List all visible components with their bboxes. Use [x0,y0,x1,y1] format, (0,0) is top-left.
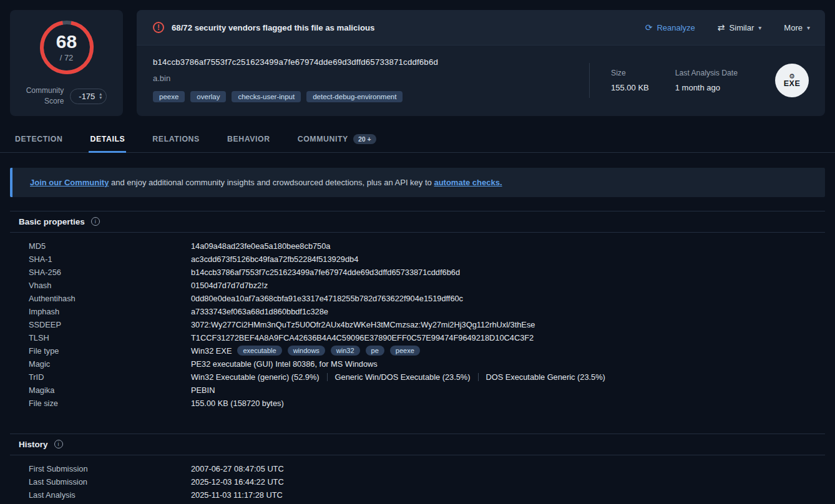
tab-detection[interactable]: DETECTION [14,126,64,153]
size-label: Size [611,69,649,77]
tab-relations[interactable]: RELATIONS [151,126,201,153]
property-value: b14ccb3786af7553f7c251623499a7fe67974dde… [191,268,460,277]
property-value: 3072:Wy277Ci2HMm3nQuTz5U0Ofr2AUx4bzWKeH3… [191,320,535,329]
property-label: MD5 [29,241,191,251]
property-label: Authentihash [29,294,191,303]
tab-label: RELATIONS [152,135,200,143]
history-rows: First Submission2007-06-27 08:47:05 UTCL… [10,455,825,504]
property-value-text: Win32 EXE [191,346,232,356]
malicious-alert-banner: ! 68/72 security vendors flagged this fi… [137,10,825,46]
property-value-text: b14ccb3786af7553f7c251623499a7fe67974dde… [191,268,460,277]
property-label: File type [29,346,191,356]
property-row: MD514a09a48ad23fe0ea5a180bee8cb750a [29,240,825,253]
property-row: TrIDWin32 Executable (generic) (52.9%)Ge… [29,371,825,384]
community-score-stepper[interactable]: -175 ▴ ▾ [70,89,107,104]
property-value-text: T1CCF31272BEF4A8A9FCA42636B4A4C59096E378… [191,333,534,342]
property-value: 2025-11-03 11:17:28 UTC [191,490,283,500]
value-tag[interactable]: pe [366,346,384,356]
community-score-row: Community Score -175 ▴ ▾ [26,85,107,107]
file-sha256: b14ccb3786af7553f7c251623499a7fe67974dde… [153,57,589,67]
more-button[interactable]: More ▾ [784,23,810,32]
property-row: Vhash01504d7d7d7d7bz2!z [29,279,825,292]
automate-checks-link[interactable]: automate checks. [434,178,502,187]
vote-down-icon[interactable]: ▾ [99,96,102,100]
file-summary-card: ! 68/72 security vendors flagged this fi… [137,10,825,116]
property-row: SHA-256b14ccb3786af7553f7c251623499a7fe6… [29,266,825,279]
property-value: 155.00 KB (158720 bytes) [191,399,284,408]
property-label: Last Submission [29,477,191,487]
property-label: TLSH [29,333,191,342]
property-label: Last Analysis [29,490,191,500]
file-name: a.bin [153,74,589,83]
info-icon[interactable]: i [54,440,63,448]
detections-count: 68 [56,32,77,51]
property-value: PE32 executable (GUI) Intel 80386, for M… [191,359,378,369]
property-value: Win32 Executable (generic) (52.9%)Generi… [191,372,605,382]
file-size-block: Size 155.00 KB [611,69,649,92]
basic-properties-header: Basic properties i [10,211,825,233]
file-tag[interactable]: overlay [190,91,226,102]
file-tag[interactable]: checks-user-input [232,91,301,102]
property-value-text: Win32 Executable (generic) (52.9%) [191,372,320,382]
property-row: MagicPE32 executable (GUI) Intel 80386, … [29,357,825,371]
info-icon[interactable]: i [91,217,100,226]
detection-score-card: 68 / 72 Community Score -175 ▴ ▾ [10,10,123,116]
tab-label: COMMUNITY [298,135,348,143]
value-tag[interactable]: win32 [331,346,360,356]
reanalyze-icon: ⟳ [645,23,653,32]
history-section: History i First Submission2007-06-27 08:… [0,434,835,504]
community-score-label: Community Score [26,85,64,107]
community-banner: Join our Community and enjoy additional … [10,168,825,197]
property-row: SHA-1ac3cdd673f5126bc49faa72fb52284f5139… [29,253,825,266]
reanalyze-button[interactable]: ⟳ Reanalyze [645,23,695,32]
property-row: Authentihash0dd80e0dea10af7a368cbfa91e33… [29,292,825,305]
property-value: 2007-06-27 08:47:05 UTC [191,464,284,473]
property-value: ac3cdd673f5126bc49faa72fb52284f513929db4 [191,254,358,264]
community-score-label-line2: Score [26,96,64,107]
tab-behavior[interactable]: BEHAVIOR [226,126,271,153]
basic-properties-section: Basic properties i MD514a09a48ad23fe0ea5… [0,211,835,420]
property-row: MagikaPEBIN [29,384,825,397]
separator [327,373,328,381]
value-tag[interactable]: executable [237,346,281,356]
property-label: Imphash [29,307,191,316]
property-row: Imphasha7333743ef063a68d1d860bbdf1c328e [29,305,825,318]
property-value-text: ac3cdd673f5126bc49faa72fb52284f513929db4 [191,254,358,264]
property-value-text: 14a09a48ad23fe0ea5a180bee8cb750a [191,241,330,251]
similar-button[interactable]: ⇄ Similar ▾ [718,23,762,32]
property-label: First Submission [29,464,191,473]
detection-score-gauge: 68 / 72 [37,17,97,77]
property-value-text: a7333743ef063a68d1d860bbdf1c328e [191,307,328,316]
property-value: T1CCF31272BEF4A8A9FCA42636B4A4C59096E378… [191,333,534,342]
file-tag[interactable]: detect-debug-environment [306,91,403,102]
last-analysis-label: Last Analysis Date [675,69,738,77]
property-value-text: 0dd80e0dea10af7a368cbfa91e3317e4718255b7… [191,294,463,303]
property-value-text: DOS Executable Generic (23.5%) [486,372,605,382]
warning-icon: ! [153,22,164,33]
property-value-text: 155.00 KB (158720 bytes) [191,399,284,408]
file-tag[interactable]: peexe [153,91,185,102]
property-row: File size155.00 KB (158720 bytes) [29,397,825,410]
property-row: Last Submission2025-12-03 16:44:22 UTC [29,475,825,488]
property-value-text: 2007-06-27 08:47:05 UTC [191,464,284,473]
chevron-down-icon: ▾ [807,24,810,31]
basic-properties-title: Basic properties [19,217,85,226]
property-label: SHA-1 [29,254,191,264]
file-meta: Size 155.00 KB Last Analysis Date 1 mont… [589,57,809,104]
tab-details[interactable]: DETAILS [89,126,126,153]
property-label: SHA-256 [29,268,191,277]
property-value: 2025-12-03 16:44:22 UTC [191,477,284,487]
community-score-label-line1: Community [26,85,64,96]
value-tag[interactable]: windows [288,346,325,356]
property-label: Magika [29,385,191,395]
vote-arrows: ▴ ▾ [99,92,102,100]
value-tag[interactable]: peexe [390,346,420,356]
property-value: a7333743ef063a68d1d860bbdf1c328e [191,307,328,316]
exe-badge-text: EXE [784,79,801,88]
property-value: 0dd80e0dea10af7a368cbfa91e3317e4718255b7… [191,294,463,303]
property-value-text: 2025-12-03 16:44:22 UTC [191,477,284,487]
tab-community[interactable]: COMMUNITY20 + [296,126,378,153]
property-label: Vhash [29,281,191,290]
more-label: More [784,23,803,32]
join-community-link[interactable]: Join our Community [30,178,109,187]
